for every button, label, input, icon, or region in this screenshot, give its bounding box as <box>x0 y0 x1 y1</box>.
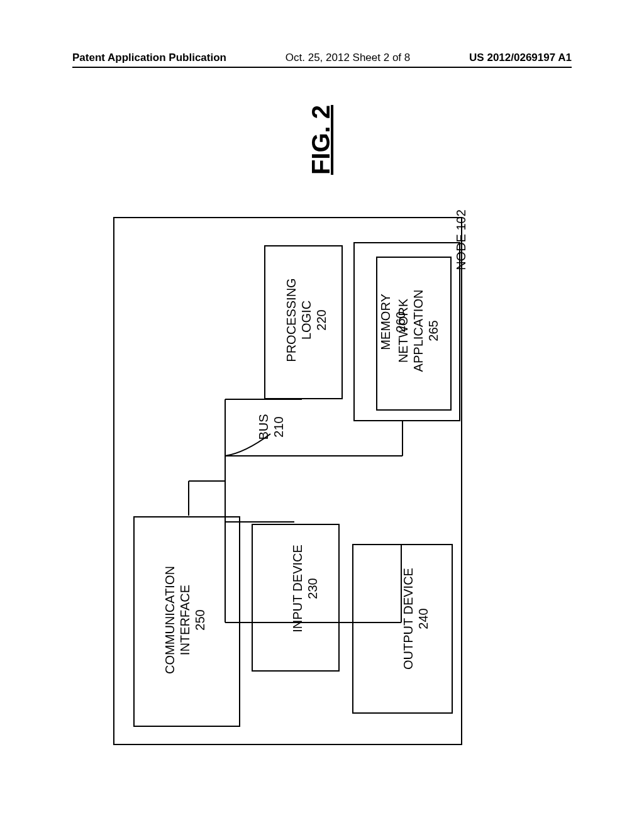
text-line: 250 <box>193 609 207 630</box>
processing-logic-label: PROCESSING LOGIC 220 <box>284 278 329 362</box>
header-left: Patent Application Publication <box>72 52 226 64</box>
page-header: Patent Application Publication Oct. 25, … <box>0 52 644 64</box>
text-line: INPUT DEVICE <box>291 545 304 633</box>
network-application-label: NETWORK APPLICATION 265 <box>396 290 441 372</box>
text-line: 230 <box>306 578 319 599</box>
header-center: Oct. 25, 2012 Sheet 2 of 8 <box>286 52 410 64</box>
diagram: FIG. 2 NODE 102 COMMUNICATION INTERFACE … <box>113 101 503 767</box>
text-line: BUS <box>257 414 270 440</box>
header-rule <box>72 67 572 68</box>
text-line: NETWORK <box>396 299 410 363</box>
text-line: PROCESSING <box>284 278 298 362</box>
text-line: APPLICATION <box>411 290 425 372</box>
text-line: 265 <box>426 320 440 341</box>
text-line: COMMUNICATION <box>163 566 177 674</box>
input-device-label: INPUT DEVICE 230 <box>290 545 320 633</box>
text-line: 240 <box>416 608 430 629</box>
header-right: US 2012/0269197 A1 <box>469 52 572 64</box>
communication-interface-label: COMMUNICATION INTERFACE 250 <box>162 566 208 674</box>
output-device-label: OUTPUT DEVICE 240 <box>401 568 431 670</box>
text-line: OUTPUT DEVICE <box>401 568 415 670</box>
bus-label: BUS 210 <box>256 414 286 440</box>
figure-label: FIG. 2 <box>307 105 335 175</box>
text-line: LOGIC <box>299 301 313 340</box>
text-line: INTERFACE <box>178 585 192 655</box>
text-line: 220 <box>314 309 328 330</box>
text-line: 210 <box>272 416 286 437</box>
